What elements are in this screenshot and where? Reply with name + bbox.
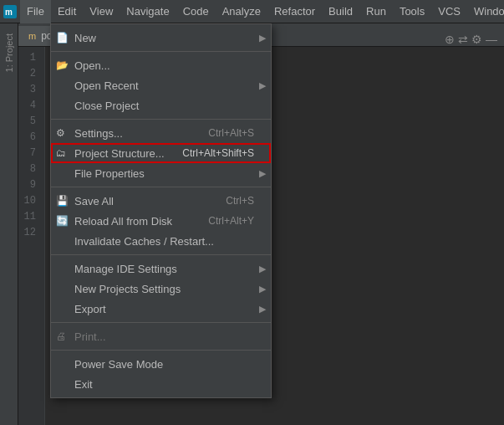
menu-settings-shortcut: Ctrl+Alt+S bbox=[208, 127, 254, 139]
editor-area: m pom.xml (test_...) ⊕ ⇄ ⚙ — 1 2 3 4 5 6… bbox=[18, 23, 504, 425]
ide-body: 1: Project m pom.xml (test_...) ⊕ ⇄ ⚙ — … bbox=[0, 23, 504, 425]
separator-4 bbox=[51, 254, 271, 255]
menu-print[interactable]: 🖨 Print... bbox=[51, 326, 271, 346]
separator-3 bbox=[51, 187, 271, 187]
menu-project-structure-label: Project Structure... bbox=[74, 147, 169, 160]
menu-manage-ide-settings-arrow: ▶ bbox=[259, 264, 266, 274]
menu-refactor[interactable]: Refactor bbox=[267, 0, 322, 23]
menu-file-properties[interactable]: File Properties ▶ bbox=[51, 163, 271, 183]
menu-new-label: New bbox=[74, 32, 254, 44]
menu-file-properties-arrow: ▶ bbox=[259, 168, 266, 179]
menu-settings[interactable]: ⚙ Settings... Ctrl+Alt+S bbox=[51, 123, 271, 143]
svg-text:m: m bbox=[5, 8, 13, 17]
menu-file-properties-label: File Properties bbox=[74, 167, 254, 180]
menu-invalidate-caches-label: Invalidate Caches / Restart... bbox=[74, 235, 254, 248]
menu-view[interactable]: View bbox=[83, 0, 120, 23]
reload-icon: 🔄 bbox=[56, 215, 69, 227]
settings-icon: ⚙ bbox=[56, 127, 65, 139]
separator-1 bbox=[51, 51, 271, 52]
project-structure-icon: 🗂 bbox=[56, 147, 66, 159]
menu-reload-shortcut: Ctrl+Alt+Y bbox=[208, 215, 254, 227]
menu-run[interactable]: Run bbox=[359, 0, 393, 23]
new-icon: 📄 bbox=[56, 32, 69, 44]
sidebar-left: 1: Project bbox=[0, 23, 18, 425]
menu-settings-label: Settings... bbox=[74, 127, 195, 140]
menu-exit-label: Exit bbox=[74, 378, 254, 391]
menu-code[interactable]: Code bbox=[176, 0, 216, 23]
menu-power-save-mode-label: Power Save Mode bbox=[74, 358, 254, 371]
menu-open-recent-arrow: ▶ bbox=[259, 80, 266, 91]
menu-file[interactable]: File bbox=[20, 0, 51, 23]
menu-vcs[interactable]: VCS bbox=[431, 0, 467, 23]
menu-exit[interactable]: Exit bbox=[51, 374, 271, 394]
menu-bar: m File Edit View Navigate Code Analyze R… bbox=[0, 0, 504, 23]
menu-new-projects-settings-label: New Projects Settings bbox=[74, 283, 254, 295]
menu-navigate[interactable]: Navigate bbox=[120, 0, 176, 23]
menu-open-label: Open... bbox=[74, 59, 254, 72]
app-logo: m bbox=[3, 3, 17, 20]
menu-manage-ide-settings[interactable]: Manage IDE Settings ▶ bbox=[51, 259, 271, 279]
menu-analyze[interactable]: Analyze bbox=[216, 0, 267, 23]
menu-invalidate-caches[interactable]: Invalidate Caches / Restart... bbox=[51, 231, 271, 251]
menu-new[interactable]: 📄 New ▶ bbox=[51, 28, 271, 48]
menu-power-save-mode[interactable]: Power Save Mode bbox=[51, 354, 271, 374]
menu-project-structure[interactable]: 🗂 Project Structure... Ctrl+Alt+Shift+S bbox=[51, 143, 271, 163]
menu-open-recent[interactable]: Open Recent ▶ bbox=[51, 75, 271, 95]
menu-export-label: Export bbox=[74, 303, 254, 315]
menu-window[interactable]: Window bbox=[467, 0, 504, 23]
menu-new-projects-settings-arrow: ▶ bbox=[259, 284, 266, 294]
menu-close-project[interactable]: Close Project bbox=[51, 95, 271, 115]
menu-save-all[interactable]: 💾 Save All Ctrl+S bbox=[51, 191, 271, 211]
menu-edit[interactable]: Edit bbox=[51, 0, 83, 23]
menu-save-all-shortcut: Ctrl+S bbox=[226, 195, 254, 207]
menu-new-projects-settings[interactable]: New Projects Settings ▶ bbox=[51, 279, 271, 299]
menu-close-project-label: Close Project bbox=[74, 100, 254, 112]
menu-print-label: Print... bbox=[74, 330, 254, 343]
menu-reload-label: Reload All from Disk bbox=[74, 215, 195, 228]
sidebar-project-label: 1: Project bbox=[4, 33, 14, 72]
menu-open-recent-label: Open Recent bbox=[74, 79, 254, 92]
menu-save-all-label: Save All bbox=[74, 195, 212, 207]
separator-6 bbox=[51, 350, 271, 351]
separator-5 bbox=[51, 322, 271, 323]
save-icon: 💾 bbox=[56, 195, 69, 207]
open-icon: 📂 bbox=[56, 59, 69, 71]
separator-2 bbox=[51, 119, 271, 120]
print-icon: 🖨 bbox=[56, 330, 66, 342]
menu-export-arrow: ▶ bbox=[259, 304, 266, 315]
menu-manage-ide-settings-label: Manage IDE Settings bbox=[74, 263, 254, 275]
menu-project-structure-shortcut: Ctrl+Alt+Shift+S bbox=[182, 147, 254, 159]
menu-reload[interactable]: 🔄 Reload All from Disk Ctrl+Alt+Y bbox=[51, 211, 271, 231]
menu-new-arrow: ▶ bbox=[259, 33, 266, 44]
dropdown-overlay: 📄 New ▶ 📂 Open... Open Recent ▶ Cl bbox=[18, 23, 504, 425]
menu-open[interactable]: 📂 Open... bbox=[51, 55, 271, 75]
menu-export[interactable]: Export ▶ bbox=[51, 299, 271, 319]
file-dropdown-menu: 📄 New ▶ 📂 Open... Open Recent ▶ Cl bbox=[50, 23, 272, 398]
menu-build[interactable]: Build bbox=[322, 0, 359, 23]
menu-tools[interactable]: Tools bbox=[393, 0, 431, 23]
